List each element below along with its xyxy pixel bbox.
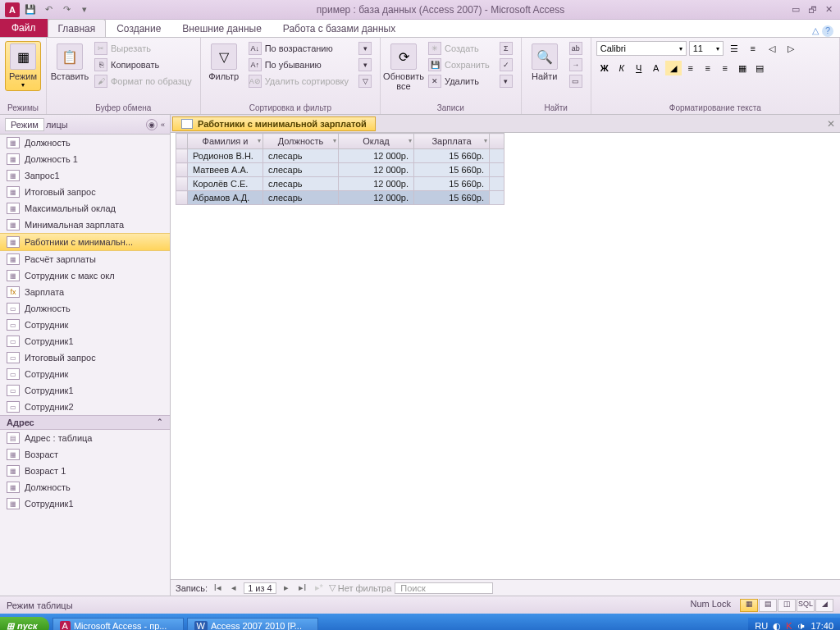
nav-item[interactable]: Должность <box>0 135 170 151</box>
nav-item[interactable]: Сотрудник <box>0 366 170 382</box>
nav-group-header[interactable]: Адрес⌃ <box>0 415 170 430</box>
document-tab[interactable]: Работники с минимальной зарплатой <box>172 116 376 131</box>
view-button[interactable]: ▦ Режим ▾ <box>5 41 41 91</box>
nav-item[interactable]: Сотрудник2 <box>0 399 170 415</box>
column-dropdown-icon[interactable]: ▾ <box>333 137 336 144</box>
nav-item[interactable]: Расчёт зарплаты <box>0 251 170 267</box>
data-cell[interactable]: 15 660р. <box>414 191 490 205</box>
data-cell[interactable]: Королёв С.Е. <box>188 177 263 191</box>
data-row[interactable]: Родионов В.Н.слесарь12 000р.15 660р. <box>176 149 504 163</box>
undo-icon[interactable]: ↶ <box>41 2 56 17</box>
nav-item[interactable]: Итоговый запрос <box>0 349 170 366</box>
toggle-filter-button[interactable]: ▽ <box>355 74 375 89</box>
nav-item[interactable]: Сотрудник1 <box>0 495 170 512</box>
nav-item[interactable]: Сотрудник с макс окл <box>0 267 170 284</box>
tray-volume-icon[interactable]: 🕩 <box>797 621 806 630</box>
data-cell[interactable]: 12 000р. <box>339 191 414 205</box>
select-button[interactable]: ▭ <box>566 74 586 89</box>
search-box[interactable]: Поиск <box>395 582 493 594</box>
tab-create[interactable]: Создание <box>106 19 171 37</box>
tab-database[interactable]: Работа с базами данных <box>272 19 406 37</box>
tray-network-icon[interactable]: ◐ <box>773 621 781 631</box>
data-cell[interactable]: 15 660р. <box>414 149 490 163</box>
close-button[interactable]: ✕ <box>820 4 837 15</box>
view-chart-button[interactable]: ◫ <box>778 599 796 612</box>
data-cell[interactable]: Матвеев А.А. <box>188 163 263 177</box>
align-right-button[interactable]: ≡ <box>717 61 733 75</box>
data-cell[interactable]: 15 660р. <box>414 177 490 191</box>
indent-inc-button[interactable]: ▷ <box>783 41 799 56</box>
data-cell[interactable]: Родионов В.Н. <box>188 149 263 163</box>
nav-item[interactable]: Должность <box>0 300 170 317</box>
tray-av-icon[interactable]: K <box>786 621 792 630</box>
nav-item[interactable]: Должность 1 <box>0 151 170 167</box>
filter-button[interactable]: ▽ Фильтр <box>206 41 242 84</box>
remove-sort-button[interactable]: A⊘Удалить сортировку <box>245 74 352 89</box>
column-header[interactable]: Должность▾ <box>263 134 339 149</box>
bullets-button[interactable]: ☰ <box>726 41 742 56</box>
task-word[interactable]: WAccess 2007 2010 [Р... <box>187 618 318 630</box>
nav-header[interactable]: Режим лицы ◉ « <box>0 115 170 135</box>
underline-button[interactable]: Ч <box>631 61 647 75</box>
nav-item[interactable]: Сотрудник1 <box>0 333 170 349</box>
nav-item[interactable]: Итоговый запрос <box>0 184 170 200</box>
bold-button[interactable]: Ж <box>596 61 613 75</box>
rec-first-button[interactable]: I◂ <box>211 582 224 593</box>
system-tray[interactable]: RU ◐ K 🕩 17:40 <box>748 618 840 631</box>
more-records-button[interactable]: ▾ <box>496 74 516 89</box>
align-left-button[interactable]: ≡ <box>682 61 699 75</box>
task-access[interactable]: AMicrosoft Access - пр... <box>52 618 184 630</box>
help-icon[interactable]: ? <box>822 25 833 37</box>
font-size-select[interactable]: 11▾ <box>689 41 724 56</box>
data-cell[interactable]: 12 000р. <box>339 149 414 163</box>
nav-item[interactable]: Минимальная зарплата <box>0 217 170 233</box>
nav-item[interactable]: Возраст <box>0 446 170 463</box>
paste-button[interactable]: 📋 Вставить <box>52 41 88 84</box>
rec-new-button[interactable]: ▸* <box>313 582 326 593</box>
gridlines-button[interactable]: ▦ <box>734 61 751 75</box>
nav-item[interactable]: Адрес : таблица <box>0 430 170 446</box>
column-dropdown-icon[interactable]: ▾ <box>258 137 261 144</box>
data-cell[interactable]: слесарь <box>263 163 339 177</box>
rec-position[interactable]: 1 из 4 <box>244 582 276 594</box>
delete-record-button[interactable]: ✕Удалить <box>425 74 493 89</box>
indent-dec-button[interactable]: ◁ <box>764 41 780 56</box>
selection-filter-button[interactable]: ▾ <box>355 41 375 56</box>
font-color-button[interactable]: A <box>648 61 664 75</box>
nav-list[interactable]: ДолжностьДолжность 1Запрос1Итоговый запр… <box>0 135 170 596</box>
column-dropdown-icon[interactable]: ▾ <box>409 137 412 144</box>
nav-item[interactable]: Возраст 1 <box>0 463 170 479</box>
refresh-button[interactable]: ⟳ Обновить все <box>386 41 422 94</box>
nav-item[interactable]: Работники с минимальн... <box>0 233 170 251</box>
data-row[interactable]: Абрамов А.Д.слесарь12 000р.15 660р. <box>176 191 504 205</box>
nav-item[interactable]: Сотрудник <box>0 317 170 333</box>
italic-button[interactable]: К <box>614 61 630 75</box>
data-cell[interactable]: слесарь <box>263 149 339 163</box>
minimize-button[interactable]: ▭ <box>788 4 804 15</box>
document-close-button[interactable]: ✕ <box>827 118 835 130</box>
datasheet[interactable]: Фамилия и▾Должность▾Оклад▾Зарплата▾ Роди… <box>171 133 840 205</box>
replace-button[interactable]: ab <box>566 41 586 56</box>
row-selector[interactable] <box>176 163 188 177</box>
font-select[interactable]: Calibri▾ <box>596 41 687 56</box>
advanced-filter-button[interactable]: ▾ <box>355 57 375 72</box>
nav-item[interactable]: Максимальный оклад <box>0 200 170 217</box>
data-cell[interactable] <box>490 163 504 177</box>
rec-last-button[interactable]: ▸I <box>296 582 309 593</box>
column-dropdown-icon[interactable]: ▾ <box>484 137 487 144</box>
data-cell[interactable] <box>490 191 504 205</box>
nav-search-icon[interactable]: ◉ <box>146 119 158 130</box>
data-cell[interactable] <box>490 177 504 191</box>
nav-item[interactable]: Запрос1 <box>0 167 170 184</box>
row-selector[interactable] <box>176 149 188 163</box>
nav-item[interactable]: Зарплата <box>0 284 170 300</box>
data-cell[interactable] <box>490 149 504 163</box>
goto-button[interactable]: → <box>566 57 586 72</box>
view-pivot-button[interactable]: ▤ <box>759 599 777 612</box>
rec-next-button[interactable]: ▸ <box>280 582 293 593</box>
qat-dropdown-icon[interactable]: ▾ <box>77 2 92 17</box>
sort-desc-button[interactable]: A↑По убыванию <box>245 57 352 72</box>
totals-button[interactable]: Σ <box>496 41 516 56</box>
data-cell[interactable]: слесарь <box>263 177 339 191</box>
save-icon[interactable]: 💾 <box>23 2 38 17</box>
